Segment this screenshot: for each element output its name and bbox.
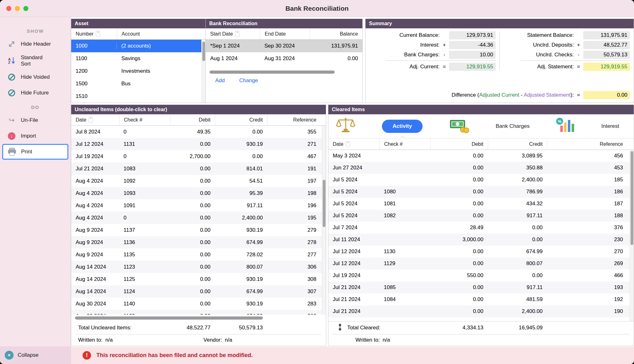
end-date-cell: Sep 30 2024 xyxy=(260,43,310,49)
collapse-control[interactable]: « Collapse xyxy=(0,346,71,364)
reference-cell: 190 xyxy=(547,308,634,315)
check-number-cell: 0 xyxy=(119,153,170,160)
adj-statement-value: 129,919.55 xyxy=(583,63,630,71)
cleared-row[interactable]: Jul 21 2024 1085 0.00 917.11 193 xyxy=(328,282,634,293)
scrollbar-thumb[interactable] xyxy=(210,71,335,74)
column-header-balance[interactable]: Balance xyxy=(310,28,362,39)
reconciliation-row[interactable]: *Sep 1 2024 Sep 30 2024 131,975.91 xyxy=(206,40,362,52)
sidebar-item-standard-sort[interactable]: AZ Standard Sort xyxy=(0,52,71,69)
debit-cell: 0.00 xyxy=(430,260,488,267)
sidebar-item-hide-header[interactable]: Hide Header xyxy=(0,36,71,52)
asset-row[interactable]: 1000 (2 accounts) xyxy=(71,40,205,52)
column-header-reference[interactable]: Reference xyxy=(547,139,634,150)
uncleared-row[interactable]: Aug 30 2024 1140 0.00 930.19 283 xyxy=(71,298,326,310)
cleared-row[interactable]: May 3 2024 0.00 3,089.95 456 xyxy=(328,150,634,162)
sort-arrows-icon xyxy=(337,323,343,333)
column-header-reference[interactable]: Reference xyxy=(267,114,326,125)
close-window-button[interactable] xyxy=(6,6,11,11)
change-link[interactable]: Change xyxy=(239,77,258,84)
column-header-credit[interactable]: Credit xyxy=(215,114,267,125)
column-header-check[interactable]: Check # xyxy=(379,139,430,150)
uncleared-row[interactable]: Aug 9 2024 1137 0.00 930.19 279 xyxy=(71,224,326,236)
uncleared-row[interactable]: Aug 4 2024 1091 0.00 917.11 196 xyxy=(71,199,326,212)
cleared-row[interactable]: Jul 21 2024 0.00 2,400.00 190 xyxy=(328,305,634,317)
cleared-row[interactable]: Jul 5 2024 1080 0.00 786.99 186 xyxy=(328,186,634,198)
column-header-number[interactable]: Numberˆ xyxy=(71,28,117,39)
tab-interest[interactable]: Interest xyxy=(601,123,619,129)
scrollbar-thumb[interactable] xyxy=(323,180,326,227)
uncleared-row[interactable]: Aug 30 2024 1139 0.00 674.99 282 xyxy=(71,310,326,315)
diagonal-resize-icon xyxy=(7,40,16,48)
asset-row[interactable]: 1100 Savings xyxy=(71,52,205,65)
sidebar-item-label: Hide Voided xyxy=(21,74,50,80)
scrollbar-thumb[interactable] xyxy=(202,42,205,61)
date-cell: Aug 4 2024 xyxy=(71,190,119,196)
cleared-row[interactable]: Jul 7 2024 28.49 0.00 376 xyxy=(328,222,634,234)
cleared-row[interactable]: Jul 5 2024 1082 0.00 917.11 188 xyxy=(328,210,634,222)
column-header-credit[interactable]: Credit xyxy=(488,139,547,150)
check-number-cell: 1083 xyxy=(119,166,170,172)
uncleared-totals-row: Total Uncleared Items: 48,522.77 50,579.… xyxy=(71,321,326,334)
collapse-icon: « xyxy=(5,351,14,360)
uncleared-row[interactable]: Aug 4 2024 0 0.00 2,400.00 195 xyxy=(71,212,326,224)
asset-table-body: 1000 (2 accounts) 1100 Savings 1200 xyxy=(71,40,205,103)
sidebar-item-un-file[interactable]: ↪ Un-File xyxy=(0,112,71,128)
column-header-end-date[interactable]: End Date xyxy=(260,28,310,39)
sidebar-item-import[interactable]: ↓ Import xyxy=(0,128,71,144)
column-header-check[interactable]: Check # xyxy=(119,114,170,125)
sidebar-item-hide-future[interactable]: Hide Future xyxy=(0,85,71,101)
equals-operator: = xyxy=(574,64,583,70)
date-cell: Aug 4 2024 xyxy=(71,202,119,209)
reconciliation-row[interactable]: Aug 1 2024 Aug 31 2024 0.00 xyxy=(206,52,362,65)
percent-chart-icon: % xyxy=(556,117,575,135)
cleared-row[interactable]: Jul 19 2024 550.00 0.00 466 xyxy=(328,270,634,282)
start-date-cell: Aug 1 2024 xyxy=(206,55,260,62)
uncleared-row[interactable]: Jul 21 2024 1083 0.00 814.01 191 xyxy=(71,162,326,175)
cleared-row[interactable]: Jul 12 2024 1130 0.00 674.99 270 xyxy=(328,246,634,258)
uncleared-row[interactable]: Aug 9 2024 1136 0.00 674.99 278 xyxy=(71,236,326,248)
uncleared-row[interactable]: Aug 14 2024 1124 0.00 674.99 307 xyxy=(71,285,326,298)
uncleared-row[interactable]: Aug 4 2024 1092 0.00 54.51 197 xyxy=(71,175,326,187)
asset-row[interactable]: 1200 Investments xyxy=(71,65,205,77)
scrollbar-thumb[interactable] xyxy=(75,316,263,320)
check-number-cell: 1131 xyxy=(119,141,170,147)
uncleared-row[interactable]: Jul 12 2024 1131 0.00 930.19 271 xyxy=(71,138,326,150)
date-cell: Jul 8 2024 xyxy=(71,129,119,135)
tab-bank-charges[interactable]: Bank Charges xyxy=(496,123,530,129)
reference-cell: 230 xyxy=(547,236,634,243)
column-header-start-date[interactable]: Start Dateˇ xyxy=(206,28,260,39)
column-header-debit[interactable]: Debit xyxy=(430,139,488,150)
sidebar-item-hide-voided[interactable]: Hide Voided xyxy=(0,69,71,85)
column-header-account[interactable]: Account xyxy=(117,28,205,39)
cleared-row[interactable]: Jul 12 2024 1129 0.00 800.07 269 xyxy=(328,258,634,270)
cleared-column-headers: Dateˆ Check # Debit Credit Reference xyxy=(328,139,634,150)
warning-bar: ! This reconciliation has been filed and… xyxy=(71,347,634,364)
cleared-row[interactable]: Jul 25 2024 (Auto-Draw) 0.00 39.95 239 xyxy=(328,317,634,321)
asset-row[interactable]: 1510 xyxy=(71,90,205,103)
cleared-row[interactable]: Jul 21 2024 1084 0.00 481.59 192 xyxy=(328,293,634,305)
asset-row[interactable]: 1500 Bus xyxy=(71,77,205,90)
minimize-window-button[interactable] xyxy=(15,6,20,11)
uncleared-row[interactable]: Jul 8 2024 0 49.35 0.00 355 xyxy=(71,126,326,138)
uncleared-row[interactable]: Aug 14 2024 1125 0.00 930.19 308 xyxy=(71,273,326,285)
sidebar-item-print[interactable]: Print xyxy=(2,144,68,160)
uncleared-row[interactable]: Aug 14 2024 1123 0.00 800.07 306 xyxy=(71,261,326,273)
debit-cell: 0.00 xyxy=(430,153,488,159)
uncleared-row[interactable]: Aug 9 2024 1135 0.00 728.02 277 xyxy=(71,248,326,261)
cleared-row[interactable]: Jun 27 2024 0.00 350.88 453 xyxy=(328,162,634,174)
tab-activity[interactable]: Activity xyxy=(382,120,423,133)
balance-cell: 131,975.91 xyxy=(310,43,362,49)
scrollbar-thumb[interactable] xyxy=(631,151,633,245)
cleared-row[interactable]: Jul 5 2024 0.00 2,400.00 185 xyxy=(328,174,634,186)
add-link[interactable]: Add xyxy=(215,77,225,84)
divider xyxy=(520,60,630,61)
cleared-row[interactable]: Jul 5 2024 1081 0.00 434.32 187 xyxy=(328,198,634,210)
debit-cell: 0.00 xyxy=(430,177,488,183)
column-header-debit[interactable]: Debit xyxy=(170,114,215,125)
column-header-date[interactable]: Dateˆ xyxy=(71,114,119,125)
cleared-row[interactable]: Jul 11 2024 3,000.00 0.00 230 xyxy=(328,234,634,246)
zoom-window-button[interactable] xyxy=(23,6,28,11)
uncleared-row[interactable]: Jul 19 2024 0 2,700.00 0.00 467 xyxy=(71,150,326,162)
uncleared-row[interactable]: Aug 4 2024 1093 0.00 95.39 198 xyxy=(71,187,326,199)
column-header-date[interactable]: Dateˆ xyxy=(328,139,379,150)
